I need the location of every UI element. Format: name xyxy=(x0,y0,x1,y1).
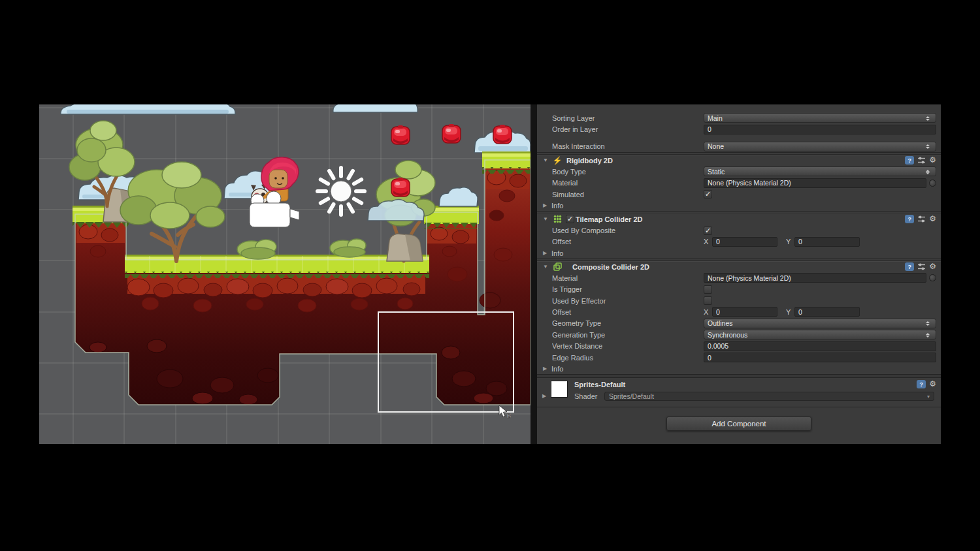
panel-divider[interactable] xyxy=(531,104,537,444)
field-label: Offset xyxy=(552,308,704,316)
dropdown-value: Main xyxy=(708,114,924,122)
help-icon[interactable]: ? xyxy=(905,215,914,223)
axis-label-y: Y xyxy=(786,238,794,245)
material-object-field[interactable]: None (Physics Material 2D) xyxy=(704,178,926,188)
simulated-checkbox[interactable]: ✓ xyxy=(704,190,712,198)
gear-icon[interactable]: ⚙ xyxy=(929,380,936,388)
collectible-apple[interactable] xyxy=(442,124,461,143)
offset-y-field[interactable]: 0 xyxy=(794,237,860,247)
sorting-layer-dropdown[interactable]: Main xyxy=(704,113,936,123)
component-enabled-checkbox[interactable]: ✓ xyxy=(566,215,574,223)
offset-x-field[interactable]: 0 xyxy=(712,237,777,247)
row-material: Material None (Physics Material 2D) xyxy=(537,272,941,283)
component-header-tilemap-collider-2d[interactable]: ▼ ✓ Tilemap Collider 2D ? ⚙ xyxy=(537,213,941,225)
field-label: Order in Layer xyxy=(552,125,704,133)
check-icon: ✓ xyxy=(705,190,711,198)
component-title: Composite Collider 2D xyxy=(572,263,649,271)
offset-y-field[interactable]: 0 xyxy=(794,307,860,317)
dropdown-value: None xyxy=(708,142,924,150)
field-label: Sorting Layer xyxy=(552,114,704,122)
info-foldout[interactable]: ▶ Info xyxy=(537,363,941,374)
material-object-field[interactable]: None (Physics Material 2D) xyxy=(704,273,926,283)
scene-canvas[interactable]: B xyxy=(39,104,531,444)
preset-icon[interactable] xyxy=(917,215,926,223)
field-label: Simulated xyxy=(552,191,704,198)
foldout-open-icon[interactable]: ▼ xyxy=(543,157,551,163)
field-label: Body Type xyxy=(552,168,704,176)
row-used-by-effector: Used By Effector xyxy=(537,295,941,306)
dropdown-arrows-icon xyxy=(924,114,932,123)
used-by-effector-checkbox[interactable] xyxy=(704,296,712,305)
field-value: 0 xyxy=(708,354,711,362)
shader-label: Shader xyxy=(574,392,604,400)
generation-type-dropdown[interactable]: Synchronous xyxy=(704,330,936,339)
info-foldout[interactable]: ▶ Info xyxy=(537,200,941,211)
help-icon[interactable]: ? xyxy=(905,156,914,165)
foldout-closed-icon[interactable]: ▶ xyxy=(542,393,546,399)
collectible-apple[interactable] xyxy=(493,125,512,144)
brush-shortcut-label: B xyxy=(507,413,511,419)
composite-collider-icon xyxy=(551,262,563,271)
used-by-composite-checkbox[interactable]: ✓ xyxy=(704,227,712,235)
preset-icon[interactable] xyxy=(917,262,926,271)
collectible-apple[interactable] xyxy=(391,178,410,197)
body-type-dropdown[interactable]: Static xyxy=(704,166,936,176)
field-value: 0.0005 xyxy=(708,342,728,350)
help-icon[interactable]: ? xyxy=(905,262,914,271)
add-component-button[interactable]: Add Component xyxy=(666,417,811,431)
inspector-panel: Sorting Layer Main Order in Layer 0 Mask… xyxy=(537,104,941,444)
field-label: Vertex Distance xyxy=(552,342,704,350)
is-trigger-checkbox[interactable] xyxy=(704,285,712,294)
edge-radius-field[interactable]: 0 xyxy=(704,353,936,362)
foldout-open-icon[interactable]: ▼ xyxy=(543,264,551,270)
component-header-composite-collider-2d[interactable]: ▼ Composite Collider 2D ? ⚙ xyxy=(537,260,941,272)
dropdown-arrows-icon xyxy=(924,142,932,151)
field-label: Material xyxy=(552,179,704,187)
field-label: Edge Radius xyxy=(552,354,704,362)
dropdown-arrows-icon xyxy=(924,330,932,339)
material-preview-swatch[interactable] xyxy=(551,381,568,398)
field-value: 0 xyxy=(716,238,720,245)
object-picker-icon[interactable] xyxy=(929,180,936,187)
dropdown-value: Sprites/Default xyxy=(609,392,654,400)
info-foldout[interactable]: ▶ Info xyxy=(537,247,941,259)
axis-label-x: X xyxy=(704,238,712,245)
object-picker-icon[interactable] xyxy=(929,274,936,281)
component-title: Tilemap Collider 2D xyxy=(576,215,643,223)
dropdown-value: Synchronous xyxy=(708,331,924,339)
bush-sprite[interactable] xyxy=(330,239,366,257)
row-vertex-distance: Vertex Distance 0.0005 xyxy=(537,340,941,351)
bush-sprite[interactable] xyxy=(237,240,276,259)
gear-icon[interactable]: ⚙ xyxy=(929,262,936,271)
row-geometry-type: Geometry Type Outlines xyxy=(537,318,941,329)
row-used-by-composite: Used By Composite ✓ xyxy=(537,225,941,236)
rock-sprite[interactable] xyxy=(387,234,423,261)
foldout-closed-icon: ▶ xyxy=(543,202,551,208)
foldout-open-icon[interactable]: ▼ xyxy=(543,216,551,222)
help-icon[interactable]: ? xyxy=(917,380,926,388)
row-offset: Offset X 0 Y 0 xyxy=(537,236,941,247)
order-in-layer-field[interactable]: 0 xyxy=(704,125,936,134)
material-title: Sprites-Default xyxy=(574,381,625,388)
field-value: 0 xyxy=(798,238,802,245)
gear-icon[interactable]: ⚙ xyxy=(929,156,936,165)
field-label: Mask Interaction xyxy=(552,142,704,150)
row-order-in-layer: Order in Layer 0 xyxy=(537,123,941,134)
component-separator xyxy=(537,407,941,409)
mask-interaction-dropdown[interactable]: None xyxy=(704,142,936,151)
gear-icon[interactable]: ⚙ xyxy=(929,215,936,223)
collectible-apple[interactable] xyxy=(391,125,410,144)
preset-icon[interactable] xyxy=(917,156,926,165)
geometry-type-dropdown[interactable]: Outlines xyxy=(704,319,936,328)
component-header-rigidbody-2d[interactable]: ▼ ⚡ Rigidbody 2D ? ⚙ xyxy=(537,154,941,166)
vertex-distance-field[interactable]: 0.0005 xyxy=(704,341,936,351)
component-title: Rigidbody 2D xyxy=(566,157,613,165)
field-value: 0 xyxy=(798,308,802,316)
scene-view[interactable]: B xyxy=(39,104,531,444)
row-body-type: Body Type Static xyxy=(537,166,941,177)
row-edge-radius: Edge Radius 0 xyxy=(537,352,941,363)
offset-x-field[interactable]: 0 xyxy=(712,307,777,317)
info-label: Info xyxy=(551,365,563,373)
row-mask-interaction: Mask Interaction None xyxy=(537,141,941,152)
shader-dropdown[interactable]: Sprites/Default ▾ xyxy=(604,392,934,401)
